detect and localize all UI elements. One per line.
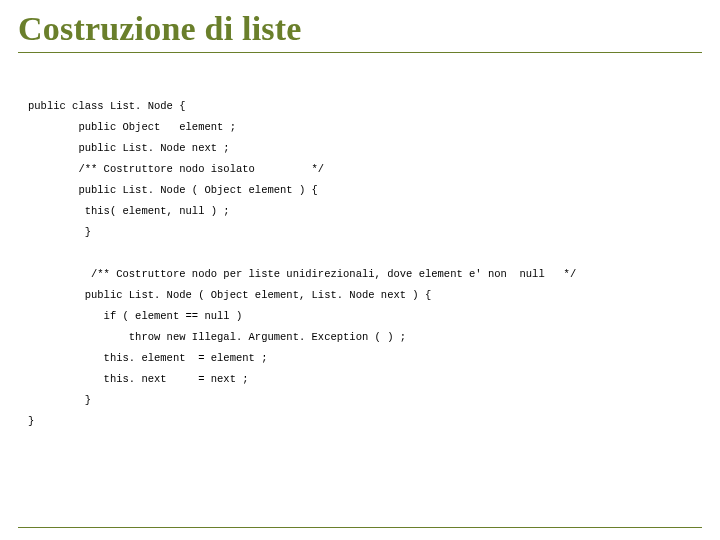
code-line: if ( element == null ) [28,310,242,322]
code-line: public List. Node next ; [28,142,230,154]
code-block: public class List. Node { public Object … [28,75,702,453]
code-line: /** Costruttore nodo per liste unidirezi… [28,268,576,280]
code-line: /** Costruttore nodo isolato */ [28,163,324,175]
code-line: this. element = element ; [28,352,267,364]
footer-rule [18,527,702,528]
code-line: this( element, null ) ; [28,205,230,217]
slide: Costruzione di liste public class List. … [0,0,720,540]
code-line: } [28,394,91,406]
slide-title: Costruzione di liste [18,10,702,48]
code-line: } [28,226,91,238]
code-line: public List. Node ( Object element, List… [28,289,431,301]
code-line: throw new Illegal. Argument. Exception (… [28,331,406,343]
code-line: public class List. Node { [28,100,186,112]
code-line: public List. Node ( Object element ) { [28,184,318,196]
code-line: this. next = next ; [28,373,249,385]
code-line: public Object element ; [28,121,236,133]
title-underline [18,52,702,53]
code-line: } [28,415,34,427]
